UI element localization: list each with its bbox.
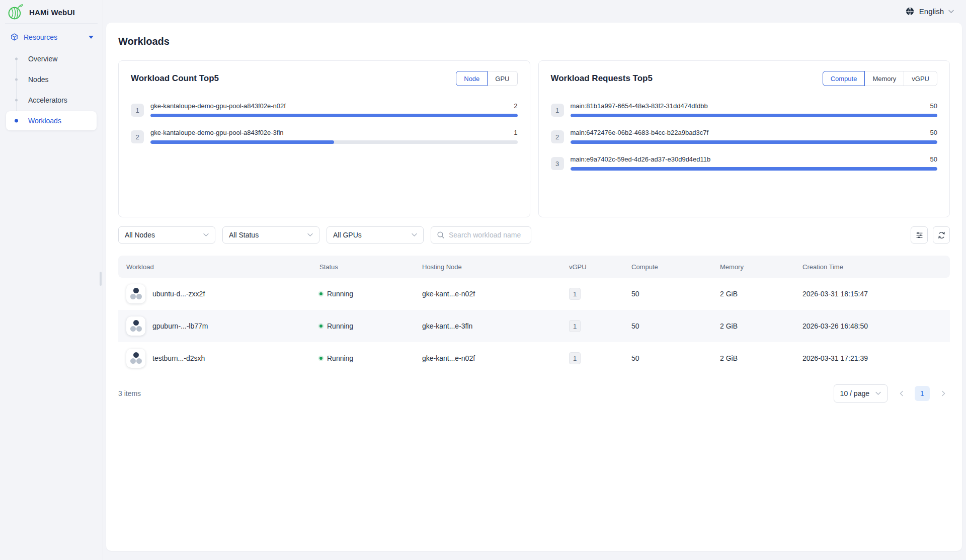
bar-label: gke-kantaloupe-demo-gpu-pool-a843f02e-3f… bbox=[150, 129, 284, 136]
column-header-creation-time: Creation Time bbox=[794, 263, 950, 271]
chevron-down-icon bbox=[412, 233, 417, 237]
sidebar-section-resources[interactable]: Resources bbox=[0, 24, 103, 47]
workload-search bbox=[431, 226, 531, 244]
pods-icon bbox=[126, 349, 145, 368]
toggle-vgpu-button[interactable]: vGPU bbox=[904, 71, 937, 86]
column-header-vgpu: vGPU bbox=[561, 263, 623, 271]
hosting-node: gke-kant...e-n02f bbox=[414, 354, 561, 362]
rank-badge: 2 bbox=[131, 130, 144, 143]
table-footer: 3 items 10 / page 1 bbox=[118, 384, 950, 403]
table-row[interactable]: ubuntu-d...-zxx2f Running gke-kant...e-n… bbox=[118, 278, 950, 310]
column-header-memory: Memory bbox=[712, 263, 794, 271]
submenu-dot bbox=[15, 58, 18, 60]
rank-badge: 3 bbox=[551, 157, 564, 170]
bar-value: 50 bbox=[930, 102, 937, 110]
workload-requests-title: Workload Requests Top5 bbox=[551, 73, 653, 84]
sidebar-item-accelerators[interactable]: Accelerators bbox=[6, 91, 97, 110]
vgpu-badge: 1 bbox=[569, 352, 581, 364]
language-selector[interactable]: English bbox=[905, 7, 954, 16]
column-header-workload: Workload bbox=[118, 263, 311, 271]
sidebar-submenu: Overview Nodes Accelerators Workloads bbox=[0, 49, 103, 130]
table-row[interactable]: gpuburn-...-lb77m Running gke-kant...e-3… bbox=[118, 310, 950, 342]
brand: HAMi WebUI bbox=[0, 0, 103, 23]
sidebar-item-nodes[interactable]: Nodes bbox=[6, 70, 97, 89]
chart-row: 3 main:e9a7402c-59ed-4d26-ad37-e30d9d4ed… bbox=[551, 155, 938, 171]
chevron-down-icon bbox=[307, 233, 313, 237]
creation-time: 2026-03-31 17:21:39 bbox=[794, 354, 950, 362]
status-filter-select[interactable]: All Status bbox=[222, 226, 319, 244]
globe-icon bbox=[905, 7, 915, 16]
hosting-node: gke-kant...e-n02f bbox=[414, 290, 561, 298]
bar-value: 50 bbox=[930, 155, 937, 163]
hami-logo-icon bbox=[7, 4, 24, 21]
column-header-status: Status bbox=[311, 263, 414, 271]
toggle-node-button[interactable]: Node bbox=[456, 71, 488, 86]
status-dot-icon bbox=[319, 357, 323, 360]
workloads-page: Workloads Workload Count Top5 Node GPU 1 bbox=[106, 23, 962, 551]
app-title: HAMi WebUI bbox=[29, 8, 75, 17]
sidebar-resize-handle[interactable] bbox=[100, 272, 102, 286]
bar-track bbox=[150, 114, 518, 117]
bar-fill bbox=[571, 167, 938, 171]
column-settings-button[interactable] bbox=[911, 226, 928, 244]
next-page-button[interactable] bbox=[937, 386, 950, 401]
refresh-button[interactable] bbox=[933, 226, 950, 244]
bar-fill bbox=[571, 114, 938, 117]
search-icon bbox=[437, 231, 445, 239]
page-size-select[interactable]: 10 / page bbox=[834, 384, 888, 403]
rank-badge: 1 bbox=[551, 104, 564, 117]
gpu-filter-value: All GPUs bbox=[333, 231, 362, 239]
bar-label: gke-kantaloupe-demo-gpu-pool-a843f02e-n0… bbox=[150, 102, 286, 110]
sidebar-item-label: Overview bbox=[28, 55, 57, 63]
status-filter-value: All Status bbox=[229, 231, 259, 239]
toggle-gpu-button[interactable]: GPU bbox=[487, 71, 517, 86]
workload-name: gpuburn-...-lb77m bbox=[152, 322, 208, 330]
vgpu-badge: 1 bbox=[569, 288, 581, 300]
chevron-down-icon bbox=[203, 233, 209, 237]
memory-value: 2 GiB bbox=[712, 322, 794, 330]
sidebar-item-label: Accelerators bbox=[28, 96, 67, 104]
previous-page-button[interactable] bbox=[895, 386, 908, 401]
sidebar-section-label: Resources bbox=[24, 33, 57, 41]
status-dot-icon bbox=[319, 292, 323, 295]
sidebar-item-workloads[interactable]: Workloads bbox=[6, 111, 97, 130]
workloads-table: Workload Status Hosting Node vGPU Comput… bbox=[118, 256, 950, 374]
refresh-icon bbox=[937, 231, 946, 239]
node-filter-select[interactable]: All Nodes bbox=[118, 226, 215, 244]
bar-value: 50 bbox=[930, 129, 937, 136]
bar-label: main:e9a7402c-59ed-4d26-ad37-e30d9d4ed11… bbox=[571, 155, 711, 163]
sidebar-item-overview[interactable]: Overview bbox=[6, 49, 97, 68]
cube-icon bbox=[10, 33, 19, 41]
chart-row: 1 main:81b1a997-6654-48e3-83f2-31dd474df… bbox=[551, 102, 938, 117]
toggle-memory-button[interactable]: Memory bbox=[864, 71, 904, 86]
status-label: Running bbox=[327, 290, 353, 298]
bar-track bbox=[571, 114, 938, 117]
total-items-label: 3 items bbox=[118, 389, 141, 397]
filters-bar: All Nodes All Status All GPUs bbox=[118, 226, 950, 244]
table-row[interactable]: testburn...-d2sxh Running gke-kant...e-n… bbox=[118, 342, 950, 374]
bar-track bbox=[150, 140, 518, 144]
language-label: English bbox=[919, 7, 944, 16]
gpu-filter-select[interactable]: All GPUs bbox=[327, 226, 424, 244]
column-header-hosting-node: Hosting Node bbox=[414, 263, 561, 271]
workload-count-title: Workload Count Top5 bbox=[131, 73, 219, 84]
search-input[interactable] bbox=[449, 231, 525, 239]
column-settings-icon bbox=[915, 231, 924, 239]
workload-requests-top5-card: Workload Requests Top5 Compute Memory vG… bbox=[538, 60, 950, 217]
bar-value: 1 bbox=[514, 129, 517, 136]
toggle-compute-button[interactable]: Compute bbox=[823, 71, 865, 86]
main-area: English Workloads Workload Count Top5 No… bbox=[103, 0, 966, 560]
submenu-dot bbox=[15, 119, 18, 123]
bar-fill bbox=[150, 114, 518, 117]
bar-fill bbox=[150, 140, 334, 144]
chevron-left-icon bbox=[899, 390, 904, 396]
bar-label: main:81b1a997-6654-48e3-83f2-31dd474dfdb… bbox=[571, 102, 708, 110]
workload-name: testburn...-d2sxh bbox=[152, 354, 205, 362]
page-1-button[interactable]: 1 bbox=[915, 386, 930, 401]
sidebar-item-label: Nodes bbox=[28, 75, 48, 84]
workload-name: ubuntu-d...-zxx2f bbox=[152, 290, 205, 298]
memory-value: 2 GiB bbox=[712, 290, 794, 298]
hosting-node: gke-kant...e-3fln bbox=[414, 322, 561, 330]
pagination: 10 / page 1 bbox=[834, 384, 950, 403]
rank-badge: 1 bbox=[131, 104, 144, 117]
